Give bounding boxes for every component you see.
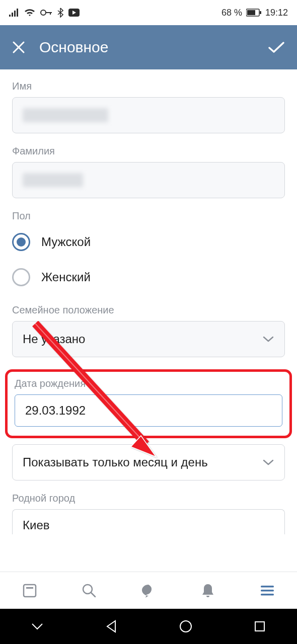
- svg-rect-5: [46, 12, 52, 13]
- gender-male-option[interactable]: Мужской: [12, 227, 285, 257]
- svg-point-4: [41, 10, 46, 15]
- system-nav: [0, 609, 297, 644]
- svg-rect-6: [50, 12, 51, 15]
- svg-rect-1: [12, 13, 13, 17]
- radio-selected-icon: [12, 233, 30, 251]
- statusbar: 68 % 19:12: [0, 0, 297, 25]
- svg-rect-11: [24, 585, 36, 597]
- svg-point-17: [180, 621, 191, 632]
- nav-feed[interactable]: [18, 579, 42, 603]
- birthdate-label: Дата рождения: [15, 378, 282, 389]
- gender-female-label: Женский: [41, 270, 91, 284]
- svg-rect-16: [261, 594, 274, 596]
- page-title: Основное: [39, 39, 108, 56]
- birthdate-highlight: Дата рождения 29.03.1992: [5, 369, 292, 438]
- surname-label: Фамилия: [12, 145, 285, 157]
- wifi-icon: [24, 8, 35, 17]
- birthdate-visibility-select[interactable]: Показывать только месяц и день: [12, 444, 285, 480]
- svg-rect-15: [261, 590, 274, 592]
- birthdate-value: 29.03.1992: [25, 404, 86, 418]
- gender-female-option[interactable]: Женский: [12, 262, 285, 292]
- sys-recent-icon[interactable]: [247, 614, 272, 639]
- appbar: Основное: [0, 25, 297, 69]
- nav-notifications[interactable]: [196, 579, 220, 603]
- relationship-value: Не указано: [23, 332, 85, 346]
- svg-rect-14: [261, 586, 274, 588]
- youtube-icon: [68, 9, 80, 17]
- clock: 19:12: [265, 8, 288, 18]
- svg-rect-12: [26, 587, 33, 589]
- nav-messages[interactable]: [136, 579, 161, 603]
- name-input[interactable]: [12, 97, 285, 133]
- gender-male-label: Мужской: [41, 235, 91, 249]
- gender-label: Пол: [12, 210, 285, 222]
- svg-rect-0: [9, 15, 11, 17]
- svg-rect-3: [17, 9, 18, 17]
- sys-back-icon[interactable]: [99, 614, 124, 639]
- svg-rect-18: [255, 622, 264, 631]
- chevron-down-icon: [262, 459, 274, 466]
- surname-input[interactable]: [12, 162, 285, 198]
- relationship-select[interactable]: Не указано: [12, 321, 285, 357]
- svg-rect-2: [14, 11, 16, 17]
- redacted-text: [23, 108, 108, 122]
- sys-home-icon[interactable]: [173, 614, 198, 639]
- nav-menu[interactable]: [255, 579, 279, 603]
- battery-percent: 68 %: [221, 8, 242, 18]
- radio-icon: [12, 268, 30, 286]
- svg-rect-9: [247, 10, 255, 15]
- sys-down-icon[interactable]: [25, 614, 50, 639]
- birthdate-input[interactable]: 29.03.1992: [15, 394, 282, 427]
- redacted-text: [23, 173, 83, 187]
- hometown-label: Родной город: [12, 493, 285, 504]
- birthdate-visibility-value: Показывать только месяц и день: [23, 455, 208, 469]
- nav-search[interactable]: [77, 579, 101, 603]
- close-icon[interactable]: [12, 41, 25, 54]
- key-icon: [40, 9, 52, 16]
- relationship-label: Семейное положение: [12, 304, 285, 316]
- hometown-value: Киев: [23, 518, 49, 532]
- form-content: Имя Фамилия Пол Мужской Женский: [0, 69, 297, 572]
- battery-icon: [246, 9, 261, 17]
- bluetooth-icon: [57, 8, 63, 18]
- signal-icon: [9, 9, 19, 17]
- check-icon[interactable]: [268, 41, 285, 54]
- chevron-down-icon: [262, 336, 274, 343]
- svg-rect-10: [260, 11, 261, 14]
- bottom-nav: [0, 572, 297, 609]
- name-label: Имя: [12, 80, 285, 92]
- hometown-select[interactable]: Киев: [12, 509, 285, 534]
